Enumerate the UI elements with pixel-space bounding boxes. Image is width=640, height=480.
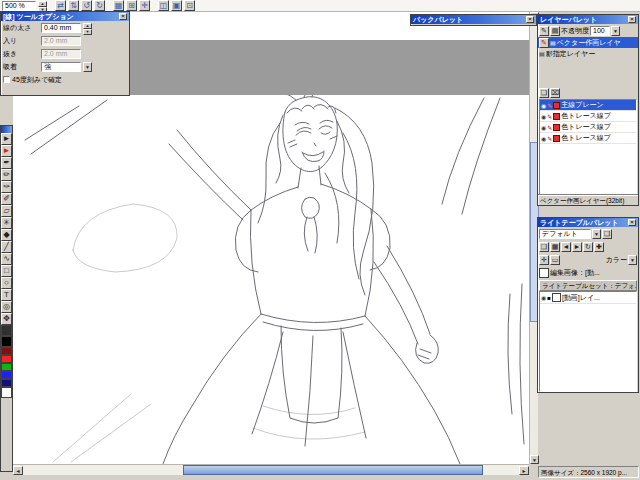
lighttable-list: ◉ ■ [動画]レイ... <box>539 291 637 392</box>
line-width-stepper[interactable]: ▲ ▼ <box>83 23 92 33</box>
new-layer-icon[interactable]: ❏ <box>539 88 549 98</box>
stroke-in-row: 入り 2.0 mm <box>1 34 129 47</box>
scroll-down-icon[interactable]: ▼ <box>530 455 539 464</box>
move-icon[interactable]: ✛ <box>539 255 549 265</box>
layer-palette: レイヤーパレット × ✎ ▤ 不透明度 100 ▼ ✎ ▤ ベクター作画レイヤ … <box>537 14 639 206</box>
layer-row-color-trace[interactable]: ◉ ✎ 色トレース線プ <box>540 122 636 133</box>
layer-type-label: ベクター作画レイヤ <box>557 38 621 48</box>
chevron-down-icon[interactable]: ▼ <box>611 26 620 36</box>
layer-type-vector[interactable]: ✎ ▤ ベクター作画レイヤ <box>538 37 638 48</box>
chevron-down-icon[interactable]: ▼ <box>628 255 637 265</box>
tool-palette: ► ► ✒ ✏ ✑ ✐ ▱ ✳ ◆ ╱ ∿ □ ○ T ◎ ✥ <box>0 125 13 472</box>
close-icon[interactable]: × <box>628 219 636 226</box>
curve-tool[interactable]: ∿ <box>1 253 12 265</box>
zoom-input[interactable]: 500 % <box>2 1 36 11</box>
pencil-tool[interactable]: ✏ <box>1 169 12 181</box>
pen-tool[interactable]: ✒ <box>1 157 12 169</box>
line-tool[interactable]: ╱ <box>1 241 12 253</box>
zoom-tool[interactable]: ◎ <box>1 301 12 313</box>
save-icon[interactable]: ▦ <box>550 242 560 252</box>
add-icon[interactable]: ✚ <box>594 242 604 252</box>
snap-strength-row: 吸着 強 ▼ <box>1 60 129 73</box>
horizontal-scrollbar[interactable]: ◄ ► <box>13 464 529 475</box>
trash-icon[interactable]: ⌧ <box>550 88 560 98</box>
eraser-tool[interactable]: ▱ <box>1 205 12 217</box>
close-icon[interactable]: × <box>526 16 534 23</box>
rotate-left-icon[interactable]: ↺ <box>81 0 92 11</box>
brush-tool[interactable]: ✑ <box>1 181 12 193</box>
line-width-row: 線の太さ 0.40 mm ▲ ▼ <box>1 21 129 34</box>
layer-row-color-trace[interactable]: ◉ ✎ 色トレース線プ <box>540 133 636 144</box>
angle-confirm-checkbox[interactable] <box>3 76 10 83</box>
lighttable-item[interactable]: ◉ ■ [動画]レイ... <box>540 292 636 304</box>
batch-palette-titlebar[interactable]: パックパレット × <box>411 15 536 24</box>
refresh-icon[interactable]: ↻ <box>583 242 593 252</box>
vector-select-tool[interactable]: ► <box>1 145 12 157</box>
eye-icon[interactable]: ◉ <box>541 113 546 120</box>
next-icon[interactable]: ► <box>572 242 582 252</box>
color-swatch[interactable] <box>1 387 12 398</box>
snap-strength-label: 吸着 <box>3 62 39 72</box>
layer-palette-titlebar[interactable]: レイヤーパレット × <box>538 15 638 24</box>
snap-strength-select[interactable]: 強 <box>41 62 81 72</box>
tool-palette-titlebar[interactable] <box>1 126 12 133</box>
scroll-left-icon[interactable]: ◄ <box>13 466 23 475</box>
opacity-input[interactable]: 100 <box>590 26 610 36</box>
close-icon[interactable]: × <box>119 13 127 20</box>
pen-icon[interactable]: ✎ <box>539 38 549 48</box>
folder-icon[interactable]: ❏ <box>539 242 549 252</box>
color-swatch[interactable] <box>1 347 12 355</box>
flip-horizontal-icon[interactable]: ⇄ <box>55 0 66 11</box>
color-swatch[interactable] <box>1 336 12 347</box>
hand-tool[interactable]: ✥ <box>1 313 12 325</box>
color-swatch[interactable] <box>1 363 12 371</box>
ellipse-tool[interactable]: ○ <box>1 277 12 289</box>
layer-row-color-trace[interactable]: ◉ ✎ 色トレース線プ <box>540 111 636 122</box>
snap-icon[interactable]: ✛ <box>139 0 150 11</box>
eye-icon[interactable]: ◉ <box>541 135 546 142</box>
color-mode-label: カラー <box>606 255 627 265</box>
layer-color-chip <box>553 113 560 120</box>
fill-tool[interactable]: ◆ <box>1 229 12 241</box>
batch-palette: パックパレット × <box>410 14 537 26</box>
fit-view-icon[interactable]: ⊡ <box>184 0 195 11</box>
rotate-right-icon[interactable]: ↻ <box>94 0 105 11</box>
horizontal-scroll-thumb[interactable] <box>183 465 483 475</box>
rect-tool[interactable]: □ <box>1 265 12 277</box>
airbrush-tool[interactable]: ✳ <box>1 217 12 229</box>
image-size-status: 画像サイズ：2560 x 1920 p... <box>538 466 639 478</box>
new-set-icon[interactable]: ❏ <box>602 229 612 239</box>
layer-type-shadow[interactable]: ▤ 影指定レイヤー <box>538 48 638 59</box>
lighttable-icon[interactable]: ▣ <box>171 0 182 11</box>
preset-select[interactable]: デフォルト <box>539 229 591 239</box>
close-icon[interactable]: × <box>628 16 636 23</box>
flip-vertical-icon[interactable]: ⇅ <box>68 0 79 11</box>
zoom-stepper[interactable]: ▲ ▼ <box>38 1 47 11</box>
scroll-right-icon[interactable]: ► <box>519 466 529 475</box>
edit-image-label: 編集画像：[動... <box>550 268 600 278</box>
color-swatch[interactable] <box>1 355 12 363</box>
tool-options-titlebar[interactable]: [線] ツールオプション × <box>1 12 129 21</box>
box-select-icon[interactable]: ▭ <box>550 255 560 265</box>
grid-icon[interactable]: ▦ <box>113 0 124 11</box>
prev-icon[interactable]: ◄ <box>561 242 571 252</box>
layer-type-label: 影指定レイヤー <box>546 49 596 59</box>
color-swatch[interactable] <box>1 371 12 379</box>
eye-icon[interactable]: ◉ <box>541 124 546 131</box>
marker-tool[interactable]: ✐ <box>1 193 12 205</box>
chevron-down-icon[interactable]: ▼ <box>83 62 92 72</box>
layer-icon[interactable]: ▤ <box>550 26 560 36</box>
select-tool[interactable]: ► <box>1 133 12 145</box>
eye-icon[interactable]: ◉ <box>541 102 546 109</box>
eye-icon[interactable]: ◉ <box>541 294 546 301</box>
text-tool[interactable]: T <box>1 289 12 301</box>
color-swatch[interactable] <box>1 325 12 336</box>
lighttable-palette-titlebar[interactable]: ライトテーブルパレット × <box>538 218 638 227</box>
pen-icon[interactable]: ✎ <box>539 26 549 36</box>
guides-icon[interactable]: ⊞ <box>126 0 137 11</box>
chevron-down-icon[interactable]: ▼ <box>592 229 601 239</box>
color-swatch[interactable] <box>1 379 12 387</box>
onion-skin-icon[interactable]: ◫ <box>158 0 169 11</box>
layer-row-main-line[interactable]: ◉ ✎ 主線プレーン <box>540 100 636 111</box>
line-width-input[interactable]: 0.40 mm <box>41 23 81 33</box>
